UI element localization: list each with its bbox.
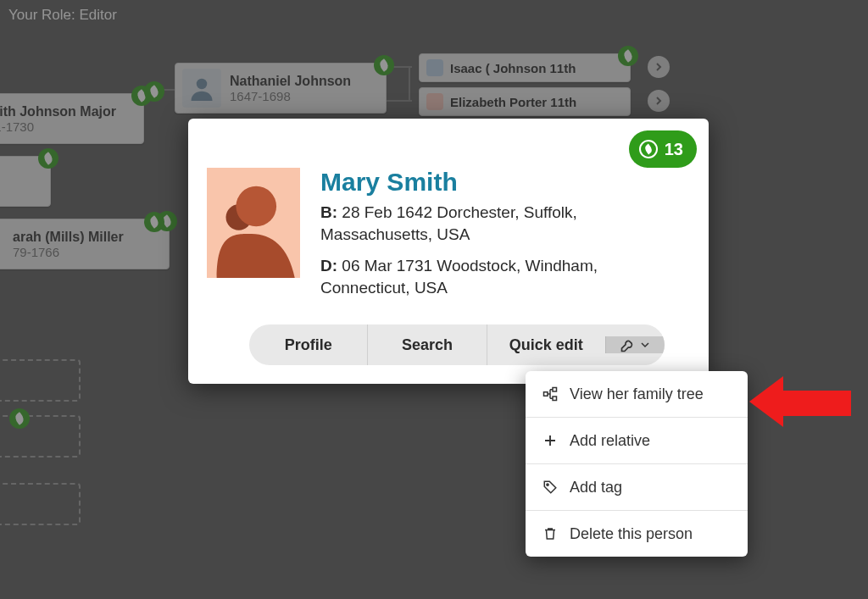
tree-card-dates: 79-1766 bbox=[13, 245, 124, 259]
hints-badge[interactable]: 13 bbox=[629, 130, 697, 168]
tree-icon bbox=[541, 385, 559, 403]
callout-arrow-icon bbox=[749, 376, 851, 425]
tools-menu: View her family tree Add relative Add ta… bbox=[526, 371, 748, 557]
leaf-icon bbox=[639, 140, 658, 158]
hints-count: 13 bbox=[665, 140, 683, 159]
role-label: Your Role: Editor bbox=[8, 7, 117, 24]
death-value: 06 Mar 1731 Woodstock, Windham, Connecti… bbox=[320, 257, 598, 297]
svg-rect-4 bbox=[544, 392, 548, 397]
menu-add-tag[interactable]: Add tag bbox=[526, 464, 748, 511]
svg-point-7 bbox=[547, 484, 548, 485]
menu-add-relative[interactable]: Add relative bbox=[526, 418, 748, 464]
menu-label: Delete this person bbox=[570, 525, 693, 543]
person-popup: 13 Mary Smith B: 28 Feb 1642 Dorchester,… bbox=[188, 119, 709, 384]
leaf-icon bbox=[38, 148, 58, 169]
avatar-male-icon bbox=[182, 69, 221, 108]
search-button[interactable]: Search bbox=[368, 324, 487, 365]
tree-card-name: arah (Mills) Miller bbox=[13, 230, 124, 245]
ghost-card[interactable]: ce Parker bbox=[0, 415, 81, 458]
trash-icon bbox=[541, 524, 559, 543]
svg-rect-6 bbox=[553, 397, 557, 401]
tree-small-card[interactable]: Elizabeth Porter 11th bbox=[419, 87, 631, 116]
wrench-icon bbox=[620, 336, 637, 353]
ghost-card[interactable]: ld father bbox=[0, 359, 81, 402]
menu-label: View her family tree bbox=[570, 385, 704, 403]
leaf-icon bbox=[618, 46, 638, 66]
menu-label: Add relative bbox=[570, 432, 650, 450]
plus-icon bbox=[541, 431, 559, 450]
tree-card-dates: 71-1730 bbox=[0, 119, 116, 134]
expand-button[interactable] bbox=[648, 56, 670, 78]
tree-card-dates: 1647-1698 bbox=[230, 89, 351, 103]
connector bbox=[409, 66, 410, 102]
portrait-female-icon bbox=[207, 168, 300, 278]
menu-label: Add tag bbox=[570, 479, 622, 496]
avatar-male-icon bbox=[426, 59, 443, 76]
tree-card[interactable]: mith Johnson Major 71-1730 bbox=[0, 93, 144, 144]
svg-rect-5 bbox=[553, 388, 557, 392]
tree-card[interactable]: hnson 8 bbox=[0, 156, 51, 207]
tree-card-nathaniel[interactable]: Nathaniel Johnson 1647-1698 bbox=[175, 63, 387, 114]
birth-label: B: bbox=[320, 203, 337, 221]
leaf-icon bbox=[144, 212, 164, 232]
tree-card[interactable]: arah (Mills) Miller 79-1766 bbox=[0, 219, 170, 269]
small-card-name: Elizabeth Porter 11th bbox=[450, 95, 623, 109]
death-label: D: bbox=[320, 257, 337, 275]
tools-dropdown[interactable] bbox=[605, 336, 665, 353]
expand-button[interactable] bbox=[648, 90, 670, 112]
chevron-down-icon bbox=[640, 340, 650, 350]
ghost-card[interactable]: ld mother bbox=[0, 483, 81, 525]
small-card-name: Isaac ( Johnson 11th bbox=[450, 61, 623, 75]
menu-delete-person[interactable]: Delete this person bbox=[526, 511, 748, 557]
menu-view-tree[interactable]: View her family tree bbox=[526, 371, 748, 418]
tag-icon bbox=[541, 478, 559, 496]
svg-point-0 bbox=[197, 79, 208, 90]
svg-point-3 bbox=[236, 186, 276, 227]
leaf-icon bbox=[374, 55, 394, 75]
avatar-female-icon bbox=[426, 93, 443, 110]
profile-button[interactable]: Profile bbox=[249, 324, 368, 365]
tree-small-card[interactable]: Isaac ( Johnson 11th bbox=[419, 53, 631, 82]
quick-edit-button[interactable]: Quick edit bbox=[487, 324, 605, 365]
leaf-icon bbox=[144, 81, 164, 102]
tree-card-name: Nathaniel Johnson bbox=[230, 74, 351, 89]
actions-bar: Profile Search Quick edit bbox=[249, 324, 665, 365]
leaf-icon bbox=[9, 408, 30, 429]
person-name[interactable]: Mary Smith bbox=[320, 168, 690, 197]
tree-card-name: mith Johnson Major bbox=[0, 104, 116, 119]
birth-value: 28 Feb 1642 Dorchester, Suffolk, Massach… bbox=[320, 203, 577, 243]
